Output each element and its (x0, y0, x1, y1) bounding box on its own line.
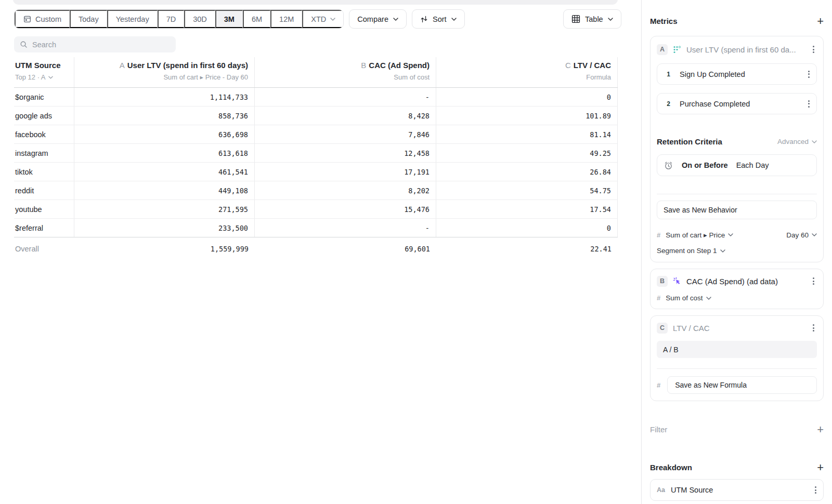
chevron-down-icon (48, 76, 53, 79)
search-placeholder: Search (32, 41, 56, 49)
step-2-menu-button[interactable] (805, 98, 812, 110)
cell-value-a: 858,736 (74, 107, 255, 125)
cell-value-b: 17,191 (255, 163, 436, 181)
view-selector-button[interactable]: Table (563, 9, 621, 29)
column-key: B (361, 61, 366, 70)
column-title: CAC (Ad Spend) (369, 61, 430, 70)
column-header-utm-source[interactable]: UTM Source Top 12 · A (14, 57, 74, 87)
save-as-new-behavior-button[interactable]: Save as New Behavior (657, 201, 817, 219)
row-label: $referral (14, 219, 74, 237)
row-label: reddit (14, 181, 74, 200)
metric-b-menu-button[interactable] (810, 275, 817, 287)
cell-value-c: 17.54 (436, 200, 618, 218)
metric-a-menu-button[interactable] (810, 43, 817, 56)
compare-button[interactable]: Compare (349, 9, 407, 29)
row-label: tiktok (14, 163, 74, 181)
table-row[interactable]: youtube271,59515,47617.54 (14, 200, 618, 219)
date-range-12m[interactable]: 12M (270, 10, 302, 28)
card-divider (657, 194, 817, 194)
metric-a-badge: A (657, 44, 668, 55)
sort-button[interactable]: Sort (412, 9, 465, 29)
date-range-today[interactable]: Today (70, 10, 107, 28)
metric-c-menu-button[interactable] (810, 322, 817, 334)
table-row[interactable]: instagram613,61812,45849.25 (14, 144, 618, 163)
cell-value-c: 49.25 (436, 144, 618, 162)
date-range-6m[interactable]: 6M (243, 10, 270, 28)
date-range-30d[interactable]: 30D (184, 10, 215, 28)
row-label: instagram (14, 144, 74, 162)
metric-c-badge: C (657, 323, 668, 334)
column-header-metric-a[interactable]: AUser LTV (spend in first 60 days) Sum o… (74, 57, 255, 87)
column-header-metric-b[interactable]: BCAC (Ad Spend) Sum of cost (255, 57, 436, 87)
funnel-step-1[interactable]: 1 Sign Up Completed (657, 63, 817, 85)
table-row[interactable]: reddit449,1088,20254.75 (14, 181, 618, 200)
add-breakdown-button[interactable]: + (817, 463, 824, 472)
cell-value-c: 0 (436, 219, 618, 237)
row-dimension-subtitle: Top 12 · A (15, 72, 46, 82)
overall-value-b: 69,601 (255, 237, 436, 260)
step-1-label: Sign Up Completed (680, 70, 799, 78)
cell-value-c: 54.75 (436, 181, 618, 200)
overall-label: Overall (14, 237, 74, 260)
column-header-metric-c[interactable]: CLTV / CAC Formula (436, 57, 618, 87)
table-row[interactable]: $referral233,500-0 (14, 219, 618, 237)
cell-value-b: 8,428 (255, 107, 436, 125)
cell-value-a: 1,114,733 (74, 88, 255, 106)
date-range-yesterday[interactable]: Yesterday (107, 10, 158, 28)
table-grid-icon (571, 15, 580, 23)
chevron-down-icon (706, 297, 711, 300)
chevron-down-icon (330, 18, 335, 21)
table-row[interactable]: google ads858,7368,428101.89 (14, 107, 618, 125)
date-range-7d[interactable]: 7D (158, 10, 185, 28)
date-range-control: CustomTodayYesterday7D30D3M6M12MXTD (14, 9, 344, 29)
advanced-dropdown[interactable]: Advanced (777, 138, 817, 145)
cell-value-c: 0 (436, 88, 618, 106)
window-dropdown[interactable]: Day 60 (786, 231, 817, 239)
table-row[interactable]: $organic1,114,733-0 (14, 88, 618, 107)
search-input[interactable]: Search (14, 36, 176, 52)
cell-value-b: - (255, 219, 436, 237)
string-property-icon: Aa (657, 486, 665, 494)
funnel-step-2[interactable]: 2 Purchase Completed (657, 93, 817, 114)
breakdown-item-label: UTM Source (671, 486, 807, 494)
step-1-menu-button[interactable] (805, 68, 812, 81)
table-header-row: UTM Source Top 12 · A AUser LTV (spend i… (14, 57, 618, 88)
metric-c-title: LTV / CAC (673, 324, 805, 333)
add-filter-button[interactable]: + (817, 426, 824, 434)
cell-value-a: 613,618 (74, 144, 255, 162)
cell-value-b: 15,476 (255, 200, 436, 218)
table-row[interactable]: facebook636,6987,84681.14 (14, 125, 618, 144)
chevron-down-icon (728, 233, 733, 236)
table-overall-row: Overall 1,559,999 69,601 22.41 (14, 237, 618, 260)
metric-card-a: A User LTV (spend in first 60 da... 1 Si… (650, 36, 824, 262)
formula-value: A / B (663, 346, 679, 354)
metric-b-aggregation-dropdown[interactable]: Sum of cost (666, 294, 711, 302)
save-formula-label: Save as New Formula (675, 381, 747, 389)
sort-arrows-icon (420, 16, 428, 23)
formula-input[interactable]: A / B (657, 341, 817, 358)
aggregation-dropdown[interactable]: Sum of cart ▸ Price (666, 231, 733, 239)
segment-on-step-dropdown[interactable]: Segment on Step 1 (657, 247, 817, 255)
chevron-down-icon (608, 18, 613, 21)
date-range-custom[interactable]: Custom (15, 10, 70, 28)
table-row[interactable]: tiktok461,54117,19126.84 (14, 163, 618, 181)
number-type-icon: # (657, 294, 660, 302)
column-title: User LTV (spend in first 60 days) (127, 61, 248, 70)
row-label: google ads (14, 107, 74, 125)
retention-metric-icon (673, 45, 681, 54)
row-label: $organic (14, 88, 74, 106)
breakdown-section-title: Breakdown (650, 463, 692, 472)
column-key: A (120, 61, 125, 70)
retention-criteria-box[interactable]: On or Before Each Day (657, 154, 817, 176)
metric-b-title: CAC (Ad Spend) (ad data) (686, 277, 805, 286)
overall-value-c: 22.41 (436, 237, 618, 260)
date-range-xtd[interactable]: XTD (302, 10, 343, 28)
add-metric-button[interactable]: + (817, 17, 824, 25)
column-key: C (565, 61, 571, 70)
save-as-new-formula-button[interactable]: Save as New Formula (667, 376, 817, 394)
cell-value-c: 81.14 (436, 125, 618, 143)
breakdown-item-utm-source[interactable]: Aa UTM Source (650, 479, 824, 501)
breakdown-menu-button[interactable] (812, 484, 819, 496)
date-range-3m[interactable]: 3M (215, 10, 243, 28)
step-1-badge: 1 (664, 69, 673, 79)
